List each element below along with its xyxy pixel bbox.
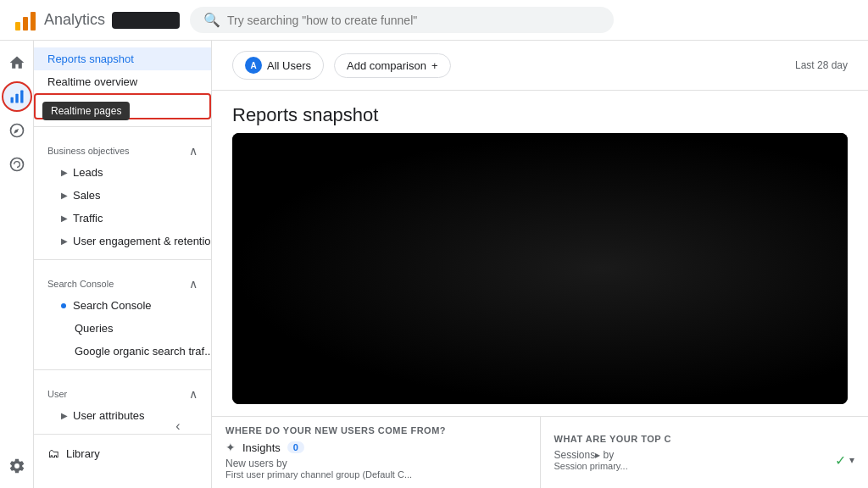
sales-label: Sales bbox=[73, 189, 101, 202]
check-icon: ✓ bbox=[835, 452, 846, 469]
main-content: A All Users Add comparison + Last 28 day… bbox=[212, 41, 868, 488]
library-icon: 🗂 bbox=[47, 446, 59, 460]
reports-snapshot-label: Reports snapshot bbox=[47, 53, 134, 65]
insights-row: ✦ Insights 0 bbox=[225, 441, 526, 454]
search-input[interactable] bbox=[227, 14, 600, 27]
sidebar-item-user-attributes[interactable]: ▶ User attributes bbox=[34, 404, 211, 427]
sidebar-collapse-button[interactable]: ‹ bbox=[172, 415, 183, 437]
collapse-icon: ‹ bbox=[175, 419, 180, 433]
tooltip-text: Realtime pages bbox=[51, 105, 121, 117]
new-users-sub-row: New users by bbox=[225, 458, 526, 469]
account-name: Redacted bbox=[112, 12, 180, 29]
divider-2 bbox=[34, 259, 211, 260]
user-engagement-label: User engagement & retention bbox=[73, 235, 211, 247]
last-days-label: Last 28 day bbox=[795, 59, 848, 71]
search-console-dot-icon bbox=[61, 303, 66, 308]
google-organic-label: Google organic search traf... bbox=[75, 345, 211, 358]
all-users-label: All Users bbox=[267, 59, 311, 72]
leads-arrow-icon: ▶ bbox=[61, 168, 68, 177]
search-console-section-title: Search Console bbox=[47, 279, 114, 289]
bottom-section: WHERE DO YOUR NEW USERS COME FROM? ✦ Ins… bbox=[212, 416, 868, 488]
reports-nav-icon[interactable] bbox=[2, 81, 32, 112]
icon-rail bbox=[0, 41, 34, 488]
divider-1 bbox=[34, 126, 211, 127]
top-c-section-title: WHAT ARE YOUR TOP C bbox=[554, 434, 855, 444]
section-business-objectives: Business objectives ∧ bbox=[34, 134, 211, 161]
logo-area: Analytics Redacted bbox=[14, 8, 180, 32]
svg-rect-5 bbox=[20, 91, 23, 103]
page-title-area: Reports snapshot bbox=[212, 91, 868, 133]
user-engagement-arrow-icon: ▶ bbox=[61, 236, 68, 246]
sidebar-item-library[interactable]: 🗂 Library bbox=[34, 441, 211, 465]
dropdown-arrow-icon[interactable]: ▾ bbox=[849, 454, 854, 466]
sidebar-item-traffic[interactable]: ▶ Traffic bbox=[34, 207, 211, 230]
sessions-label: Sessions▸ by bbox=[554, 449, 628, 461]
sessions-sub: Session primary... bbox=[554, 461, 628, 471]
bottom-right-panel: WHAT ARE YOUR TOP C Sessions▸ by Session… bbox=[541, 425, 869, 480]
sales-arrow-icon: ▶ bbox=[61, 191, 68, 200]
queries-label: Queries bbox=[75, 322, 114, 335]
sidebar-item-reports-snapshot[interactable]: Reports snapshot bbox=[34, 47, 211, 70]
add-icon: + bbox=[431, 59, 438, 72]
search-console-chevron[interactable]: ∧ bbox=[189, 277, 198, 291]
svg-rect-1 bbox=[23, 17, 28, 30]
sidebar-item-user-engagement[interactable]: ▶ User engagement & retention bbox=[34, 230, 211, 252]
svg-point-7 bbox=[10, 158, 23, 171]
section-user: User ∧ bbox=[34, 377, 211, 404]
new-users-section-title: WHERE DO YOUR NEW USERS COME FROM? bbox=[225, 425, 526, 435]
sessions-controls: ✓ ▾ bbox=[835, 452, 854, 469]
advertising-nav-icon[interactable] bbox=[2, 149, 32, 180]
realtime-overview-label: Realtime overview bbox=[47, 75, 137, 88]
business-objectives-chevron[interactable]: ∧ bbox=[189, 144, 198, 158]
sessions-row: Sessions▸ by Session primary... ✓ ▾ bbox=[554, 449, 855, 471]
sidebar-item-search-console-parent[interactable]: Search Console bbox=[34, 294, 211, 317]
search-console-parent-label: Search Console bbox=[73, 299, 152, 312]
sidebar-item-leads[interactable]: ▶ Leads bbox=[34, 161, 211, 184]
insights-label: Insights bbox=[242, 441, 281, 454]
content-overlay bbox=[232, 133, 848, 404]
home-nav-icon[interactable] bbox=[2, 47, 32, 78]
analytics-logo-icon bbox=[14, 8, 37, 32]
all-users-button[interactable]: A All Users bbox=[232, 51, 324, 80]
topbar: Analytics Redacted 🔍 bbox=[0, 0, 868, 41]
sessions-info: Sessions▸ by Session primary... bbox=[554, 449, 628, 471]
all-users-avatar: A bbox=[245, 57, 262, 74]
app-title: Analytics bbox=[44, 11, 105, 29]
svg-rect-4 bbox=[15, 94, 18, 103]
section-search-console: Search Console ∧ bbox=[34, 267, 211, 294]
sidebar-item-realtime-overview[interactable]: Realtime overview bbox=[34, 70, 211, 93]
new-users-label: New users by bbox=[225, 458, 287, 469]
divider-4 bbox=[34, 434, 211, 435]
page-title: Reports snapshot bbox=[232, 104, 848, 126]
svg-rect-0 bbox=[15, 22, 20, 30]
traffic-arrow-icon: ▶ bbox=[61, 214, 68, 223]
search-bar[interactable]: 🔍 bbox=[190, 7, 614, 33]
sidebar-item-queries[interactable]: Queries bbox=[34, 317, 211, 340]
svg-rect-2 bbox=[31, 12, 36, 30]
sidebar-item-google-organic[interactable]: Google organic search traf... bbox=[34, 340, 211, 363]
explore-nav-icon[interactable] bbox=[2, 115, 32, 146]
library-label: Library bbox=[66, 447, 100, 460]
add-comparison-label: Add comparison bbox=[347, 59, 426, 72]
search-icon: 🔍 bbox=[203, 12, 220, 28]
user-section-title: User bbox=[47, 389, 67, 399]
insights-badge: 0 bbox=[287, 441, 304, 453]
sidebar-item-sales[interactable]: ▶ Sales bbox=[34, 184, 211, 207]
content-area bbox=[232, 133, 848, 404]
leads-label: Leads bbox=[73, 166, 103, 179]
bottom-left-panel: WHERE DO YOUR NEW USERS COME FROM? ✦ Ins… bbox=[212, 417, 541, 488]
user-attributes-label: User attributes bbox=[73, 409, 145, 422]
new-users-sub: First user primary channel group (Defaul… bbox=[225, 469, 526, 480]
user-chevron[interactable]: ∧ bbox=[189, 387, 198, 401]
tooltip: Realtime pages bbox=[42, 102, 130, 120]
insights-icon: ✦ bbox=[225, 441, 236, 454]
business-objectives-title: Business objectives bbox=[47, 146, 130, 156]
traffic-label: Traffic bbox=[73, 212, 103, 225]
add-comparison-button[interactable]: Add comparison + bbox=[334, 53, 451, 78]
settings-nav-icon[interactable] bbox=[2, 451, 32, 481]
main-header: A All Users Add comparison + Last 28 day bbox=[212, 41, 868, 91]
divider-3 bbox=[34, 369, 211, 370]
layout: Reports snapshot Realtime overview Realt… bbox=[0, 41, 868, 488]
user-attributes-arrow-icon: ▶ bbox=[61, 411, 68, 420]
svg-rect-3 bbox=[10, 97, 13, 103]
